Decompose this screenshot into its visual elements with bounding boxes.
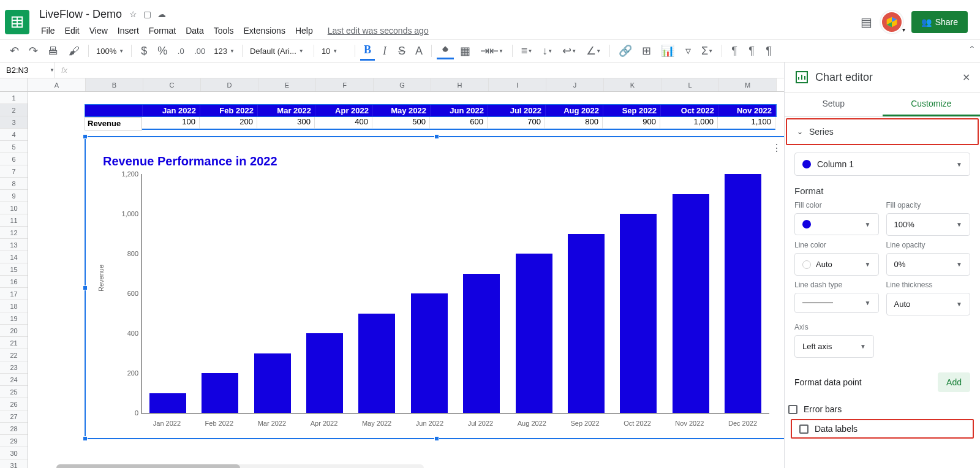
series-select[interactable]: Column 1 ▼ (794, 153, 970, 176)
resize-handle[interactable] (83, 436, 88, 441)
table-cell[interactable]: 400 (315, 117, 372, 129)
line-dash-select[interactable]: ▼ (794, 293, 879, 313)
row-label[interactable]: Revenue (85, 117, 142, 130)
fill-opacity-select[interactable]: 100%▼ (886, 213, 971, 236)
table-cell[interactable]: 100 (142, 117, 200, 129)
bold-button[interactable]: B (360, 41, 375, 61)
text-color-button[interactable]: A (412, 42, 426, 60)
currency-button[interactable]: $ (137, 42, 151, 60)
row-header[interactable]: 19 (0, 312, 28, 325)
rtl-button-1[interactable]: ¶ (727, 42, 742, 60)
col-header[interactable]: J (546, 78, 604, 91)
table-header-cell[interactable]: Oct 2022 (661, 105, 718, 116)
row-header[interactable]: 28 (0, 423, 28, 435)
halign-button[interactable]: ≡▼ (518, 42, 536, 60)
data-labels-checkbox[interactable]: Data labels (796, 421, 969, 436)
star-icon[interactable]: ☆ (129, 9, 137, 19)
font-select[interactable]: Default (Ari...▼ (247, 47, 309, 56)
row-header[interactable]: 11 (0, 214, 28, 227)
row-header[interactable]: 31 (0, 459, 28, 468)
comment-history-icon[interactable]: ▤ (861, 15, 872, 29)
menu-tools[interactable]: Tools (209, 24, 238, 37)
zoom-select[interactable]: 100%▼ (94, 47, 126, 56)
chart-bar[interactable] (516, 254, 552, 413)
row-header[interactable]: 30 (0, 447, 28, 459)
col-header[interactable]: E (258, 78, 316, 91)
table-cell[interactable]: 900 (603, 117, 660, 129)
error-bars-checkbox[interactable]: Error bars (785, 402, 980, 417)
row-header[interactable]: 22 (0, 349, 28, 361)
row-header[interactable]: 26 (0, 398, 28, 410)
close-icon[interactable]: ✕ (962, 72, 970, 83)
fill-color-button[interactable] (437, 43, 454, 59)
row-header[interactable]: 6 (0, 153, 28, 165)
sheets-logo[interactable] (5, 10, 29, 34)
rtl-button-2[interactable]: ¶ (744, 42, 759, 60)
table-header-cell[interactable]: May 2022 (373, 105, 431, 116)
table-cell[interactable]: 600 (430, 117, 488, 129)
name-box[interactable]: B2:N3 ▼ (0, 62, 55, 78)
table-cell[interactable]: 800 (545, 117, 603, 129)
table-header-cell[interactable]: Mar 2022 (258, 105, 315, 116)
chart-title[interactable]: Revenue Performance in 2022 (103, 154, 277, 168)
chart-menu-icon[interactable]: ⋮ (772, 142, 782, 154)
doc-title[interactable]: LiveFlow - Demo (39, 8, 122, 21)
collapse-toolbar-icon[interactable]: ˆ (970, 45, 974, 58)
account-avatar[interactable]: ▾ (881, 11, 903, 33)
chart-bar[interactable] (620, 214, 657, 413)
col-header[interactable]: B (86, 78, 143, 91)
row-header[interactable]: 2 (0, 104, 28, 116)
row-header[interactable]: 1 (0, 92, 28, 104)
col-header[interactable]: H (431, 78, 489, 91)
chart-bar[interactable] (568, 234, 605, 413)
menu-format[interactable]: Format (145, 24, 180, 37)
embedded-chart[interactable]: ⋮ Revenue Performance in 2022 Revenue 02… (85, 136, 784, 439)
chart-bar[interactable] (411, 293, 448, 413)
row-header[interactable]: 24 (0, 374, 28, 386)
chart-bar[interactable] (673, 194, 709, 413)
table-cell[interactable]: 200 (200, 117, 257, 129)
resize-handle[interactable] (83, 285, 88, 290)
chart-bar[interactable] (149, 393, 186, 413)
table-cell[interactable]: 300 (257, 117, 315, 129)
table-header-cell[interactable]: Aug 2022 (546, 105, 603, 116)
col-header[interactable]: C (143, 78, 201, 91)
table-header-cell[interactable]: Jan 2022 (143, 105, 200, 116)
table-header-cell[interactable]: Jun 2022 (431, 105, 488, 116)
valign-button[interactable]: ↓▼ (538, 42, 556, 60)
move-icon[interactable]: ▢ (143, 9, 151, 19)
table-cell[interactable]: 1,100 (718, 117, 775, 129)
paint-format-button[interactable]: 🖌 (65, 42, 83, 60)
col-header[interactable]: M (719, 78, 777, 91)
menu-edit[interactable]: Edit (61, 24, 84, 37)
col-header[interactable]: D (201, 78, 258, 91)
row-header[interactable]: 25 (0, 386, 28, 398)
row-header[interactable]: 17 (0, 288, 28, 300)
line-opacity-select[interactable]: 0%▼ (886, 253, 971, 276)
share-button[interactable]: 👥 Share (911, 11, 968, 33)
select-all-corner[interactable] (0, 78, 28, 91)
horizontal-scrollbar[interactable] (56, 464, 424, 468)
row-header[interactable]: 29 (0, 435, 28, 447)
add-button[interactable]: Add (938, 372, 970, 392)
resize-handle[interactable] (83, 134, 88, 139)
fill-color-select[interactable]: ▼ (794, 213, 879, 235)
tab-customize[interactable]: Customize (883, 92, 981, 116)
wrap-button[interactable]: ↩▼ (559, 42, 580, 60)
row-header[interactable]: 16 (0, 276, 28, 288)
decrease-decimal-button[interactable]: .0 (173, 44, 188, 58)
resize-handle[interactable] (434, 134, 439, 139)
chart-bar[interactable] (725, 174, 761, 413)
row-header[interactable]: 13 (0, 239, 28, 251)
table-header-cell[interactable]: Nov 2022 (718, 105, 776, 116)
table-header-cell[interactable]: Feb 2022 (200, 105, 258, 116)
row-header[interactable]: 10 (0, 202, 28, 214)
row-header[interactable]: 8 (0, 178, 28, 190)
chart-bar[interactable] (358, 314, 395, 413)
table-cell[interactable]: 500 (372, 117, 430, 129)
chart-button[interactable]: 📊 (657, 42, 678, 60)
merge-button[interactable]: ⇥⇤▼ (477, 42, 507, 60)
row-header[interactable]: 3 (0, 116, 28, 129)
tab-setup[interactable]: Setup (785, 92, 883, 116)
row-header[interactable]: 18 (0, 300, 28, 312)
